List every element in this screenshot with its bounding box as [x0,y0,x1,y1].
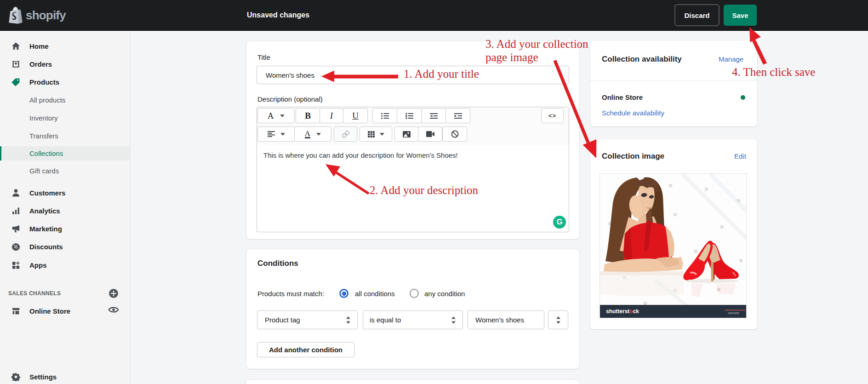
svg-text:shutterstock: shutterstock [606,308,639,315]
svg-text:www.shutterstock.com: www.shutterstock.com [725,309,746,311]
svg-text:1045742587: 1045742587 [728,312,740,315]
